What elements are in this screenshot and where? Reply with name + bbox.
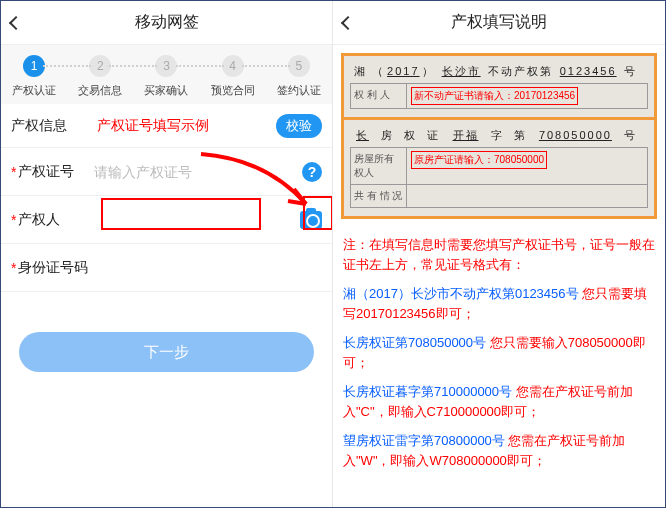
label-idno: 身份证号码 bbox=[18, 259, 94, 277]
step-label: 产权认证 bbox=[12, 83, 56, 98]
cert-heading: 长 房 权 证 开福 字 第 708050000 号 bbox=[350, 126, 648, 145]
step-dot: 4 bbox=[222, 55, 244, 77]
input-cert-no[interactable] bbox=[94, 164, 302, 180]
step-4[interactable]: 4 预览合同 bbox=[200, 55, 266, 98]
step-1[interactable]: 1 产权认证 bbox=[1, 55, 67, 98]
step-label: 签约认证 bbox=[277, 83, 321, 98]
cert-cell-value: 原房产证请输入：708050000 bbox=[407, 148, 647, 184]
cert-card-2: 长 房 权 证 开福 字 第 708050000 号 房屋所有权人 原房产证请输… bbox=[341, 120, 657, 219]
step-label: 买家确认 bbox=[144, 83, 188, 98]
instructions: 注：在填写信息时需要您填写产权证书号，证号一般在证书左上方，常见证号格式有： 湘… bbox=[333, 227, 665, 488]
row-owner: * 产权人 bbox=[1, 196, 332, 244]
back-icon[interactable] bbox=[341, 15, 355, 29]
instr-item: 望房权证雷字第70800000号 您需在产权证号前加入"W"，即输入W70800… bbox=[343, 431, 655, 470]
stepper: 1 产权认证 2 交易信息 3 买家确认 4 预览合同 5 签约认证 bbox=[1, 45, 332, 104]
camera-icon[interactable] bbox=[300, 211, 322, 229]
cert-cell-label: 权 利 人 bbox=[351, 84, 407, 108]
label-cert-no: 产权证号 bbox=[18, 163, 94, 181]
section-header: 产权信息 产权证号填写示例 校验 bbox=[1, 104, 332, 148]
row-cert-no: * 产权证号 ? bbox=[1, 148, 332, 196]
cert-cell-value: 新不动产证书请输入：20170123456 bbox=[407, 84, 647, 108]
cert-cell-label: 共 有 情 况 bbox=[351, 185, 407, 207]
input-owner[interactable] bbox=[94, 212, 300, 228]
instr-item: 长房权证第708050000号 您只需要输入708050000即可； bbox=[343, 333, 655, 372]
cert-cell-value bbox=[407, 185, 647, 207]
cert-card-1: 湘 （2017） 长沙市 不动产权第 0123456 号 权 利 人 新不动产证… bbox=[341, 53, 657, 120]
section-title: 产权信息 bbox=[11, 117, 67, 135]
step-2[interactable]: 2 交易信息 bbox=[67, 55, 133, 98]
row-idno: * 身份证号码 bbox=[1, 244, 332, 292]
right-pane: 产权填写说明 湘 （2017） 长沙市 不动产权第 0123456 号 权 利 … bbox=[333, 1, 665, 507]
next-button[interactable]: 下一步 bbox=[19, 332, 314, 372]
section-hint: 产权证号填写示例 bbox=[97, 117, 209, 135]
required-mark: * bbox=[11, 164, 16, 180]
back-icon[interactable] bbox=[9, 15, 23, 29]
step-3[interactable]: 3 买家确认 bbox=[133, 55, 199, 98]
cert-heading: 湘 （2017） 长沙市 不动产权第 0123456 号 bbox=[350, 62, 648, 81]
instr-item: 湘（2017）长沙市不动产权第0123456号 您只需要填写2017012345… bbox=[343, 284, 655, 323]
step-label: 预览合同 bbox=[211, 83, 255, 98]
label-owner: 产权人 bbox=[18, 211, 94, 229]
step-dot: 2 bbox=[89, 55, 111, 77]
left-pane: 移动网签 1 产权认证 2 交易信息 3 买家确认 4 预览合同 5 签约认证 bbox=[1, 1, 333, 507]
navbar-right: 产权填写说明 bbox=[333, 1, 665, 45]
cert-cell-label: 房屋所有权人 bbox=[351, 148, 407, 184]
verify-button[interactable]: 校验 bbox=[276, 114, 322, 138]
navbar-title: 产权填写说明 bbox=[451, 12, 547, 33]
input-idno[interactable] bbox=[94, 260, 322, 276]
step-dot: 3 bbox=[155, 55, 177, 77]
required-mark: * bbox=[11, 260, 16, 276]
step-label: 交易信息 bbox=[78, 83, 122, 98]
navbar-title: 移动网签 bbox=[135, 12, 199, 33]
step-dot: 1 bbox=[23, 55, 45, 77]
cert-body: 房屋所有权人 原房产证请输入：708050000 共 有 情 况 bbox=[350, 147, 648, 208]
instr-item: 长房权证暮字第710000000号 您需在产权证号前加入"C"，即输入C7100… bbox=[343, 382, 655, 421]
step-5[interactable]: 5 签约认证 bbox=[266, 55, 332, 98]
navbar-left: 移动网签 bbox=[1, 1, 332, 45]
help-icon[interactable]: ? bbox=[302, 162, 322, 182]
cert-body: 权 利 人 新不动产证书请输入：20170123456 bbox=[350, 83, 648, 109]
instr-lead: 注：在填写信息时需要您填写产权证书号，证号一般在证书左上方，常见证号格式有： bbox=[343, 235, 655, 274]
required-mark: * bbox=[11, 212, 16, 228]
step-dot: 5 bbox=[288, 55, 310, 77]
cert-examples: 湘 （2017） 长沙市 不动产权第 0123456 号 权 利 人 新不动产证… bbox=[341, 53, 657, 219]
